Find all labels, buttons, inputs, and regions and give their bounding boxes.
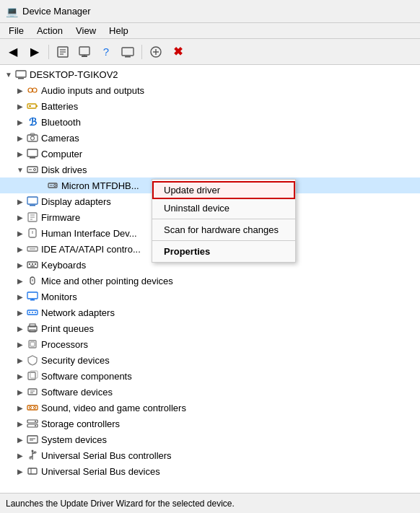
tree-item-computer[interactable]: ▶ Computer: [0, 146, 420, 162]
tree-item-network[interactable]: ▶ Network adapters: [0, 304, 420, 320]
label-audio: Audio inputs and outputs: [41, 85, 144, 96]
menu-action[interactable]: Action: [31, 24, 69, 38]
icon-security: [26, 354, 39, 367]
tree-item-monitors[interactable]: ▶ Monitors: [0, 289, 420, 304]
expand-usb[interactable]: ▶: [14, 450, 26, 461]
tree-item-softdev[interactable]: ▶ Software devices: [0, 384, 420, 400]
status-text: Launches the Update Driver Wizard for th…: [6, 499, 235, 509]
icon-computer: [26, 147, 39, 160]
icon-print: [26, 322, 39, 335]
ctx-properties[interactable]: Properties: [152, 242, 295, 260]
icon-bluetooth: ℬ: [26, 115, 39, 128]
svg-rect-41: [29, 263, 30, 265]
status-bar: Launches the Update Driver Wizard for th…: [0, 493, 420, 513]
add-device-button[interactable]: [146, 43, 166, 61]
expand-proc[interactable]: ▶: [14, 338, 26, 350]
tree-item-batteries[interactable]: ▶ Batteries: [0, 98, 420, 114]
svg-rect-23: [30, 157, 35, 159]
label-network: Network adapters: [41, 307, 115, 318]
expand-usbdev[interactable]: ▶: [14, 465, 26, 477]
tree-item-usb[interactable]: ▶ Universal Serial Bus controllers: [0, 447, 420, 463]
menu-bar: File Action View Help: [0, 23, 420, 39]
icon-softdev: [26, 385, 39, 398]
tree-item-storage[interactable]: ▶ Storage controllers: [0, 416, 420, 431]
tree-item-security[interactable]: ▶ Security devices: [0, 352, 420, 368]
label-cameras: Cameras: [41, 133, 79, 144]
label-root: DESKTOP-TGIKOV2: [30, 69, 118, 80]
expand-bluetooth[interactable]: ▶: [14, 116, 26, 128]
ctx-scan[interactable]: Scan for hardware changes: [152, 221, 295, 239]
expand-batteries[interactable]: ▶: [14, 100, 26, 112]
expand-audio[interactable]: ▶: [14, 84, 26, 96]
tree-item-bluetooth[interactable]: ▶ ℬ Bluetooth: [0, 114, 420, 130]
tree-item-cameras[interactable]: ▶ Cameras: [0, 130, 420, 146]
svg-rect-31: [30, 205, 35, 206]
ctx-separator-2: [152, 240, 295, 241]
label-firmware: Firmware: [41, 212, 80, 223]
expand-ide[interactable]: ▶: [14, 243, 26, 255]
svg-rect-61: [28, 389, 37, 395]
label-bluetooth: Bluetooth: [41, 117, 81, 128]
label-security: Security devices: [41, 355, 110, 366]
svg-point-25: [34, 169, 36, 171]
expand-softcomp[interactable]: ▶: [14, 370, 26, 382]
tree-item-print[interactable]: ▶ Print queues: [0, 320, 420, 336]
icon-monitors: [26, 290, 39, 303]
tree-item-disk-drives[interactable]: ▼ Disk drives: [0, 162, 420, 177]
tree-item-mice[interactable]: ▶ Mice and other pointing devices: [0, 273, 420, 289]
expand-sysdev[interactable]: ▶: [14, 434, 26, 445]
expand-hid[interactable]: ▶: [14, 227, 26, 239]
remove-button[interactable]: ✖: [167, 43, 188, 61]
expand-cameras[interactable]: ▶: [14, 132, 26, 144]
svg-rect-7: [122, 48, 134, 56]
menu-view[interactable]: View: [70, 24, 102, 38]
expand-security[interactable]: ▶: [14, 354, 26, 366]
update-driver-toolbar-button[interactable]: [74, 43, 95, 61]
ctx-uninstall-device[interactable]: Uninstall device: [152, 199, 295, 217]
expand-sound[interactable]: ▶: [14, 402, 26, 413]
tree-item-proc[interactable]: ▶ Processors: [0, 336, 420, 352]
label-storage: Storage controllers: [41, 418, 120, 429]
help-button[interactable]: ?: [96, 43, 116, 61]
icon-storage: [26, 417, 39, 430]
expand-monitors[interactable]: ▶: [14, 291, 26, 302]
back-button[interactable]: ◀: [3, 43, 23, 61]
expand-keyboards[interactable]: ▶: [14, 259, 26, 271]
expand-computer[interactable]: ▶: [14, 148, 26, 159]
tree-item-sysdev[interactable]: ▶ System devices: [0, 431, 420, 447]
label-batteries: Batteries: [41, 101, 78, 112]
expand-softdev[interactable]: ▶: [14, 386, 26, 398]
expand-firmware[interactable]: ▶: [14, 211, 26, 223]
expand-mice[interactable]: ▶: [14, 275, 26, 286]
toolbar-sep-2: [141, 45, 142, 59]
properties-button[interactable]: [53, 43, 73, 61]
ctx-update-driver[interactable]: Update driver: [152, 181, 295, 199]
label-display: Display adapters: [41, 196, 111, 207]
tree-item-usbdev[interactable]: ▶ Universal Serial Bus devices: [0, 463, 420, 479]
expand-network[interactable]: ▶: [14, 307, 26, 318]
icon-firmware: [26, 211, 39, 224]
label-monitors: Monitors: [41, 291, 77, 302]
svg-rect-4: [79, 47, 89, 55]
expand-root[interactable]: ▼: [3, 69, 14, 80]
expand-display[interactable]: ▶: [14, 196, 26, 207]
svg-rect-30: [27, 197, 38, 204]
device-tree[interactable]: ▼ DESKTOP-TGIKOV2 ▶ Audio inputs and out…: [0, 65, 420, 493]
tree-item-softcomp[interactable]: ▶ Software components: [0, 368, 420, 384]
scan-toolbar-button[interactable]: [118, 43, 138, 61]
tree-item-audio[interactable]: ▶ Audio inputs and outputs: [0, 82, 420, 98]
toolbar: ◀ ▶ ? ✖: [0, 39, 420, 65]
expand-print[interactable]: ▶: [14, 323, 26, 334]
svg-point-53: [35, 312, 36, 313]
svg-point-77: [32, 450, 34, 452]
context-menu: Update driver Uninstall device Scan for …: [152, 179, 296, 263]
expand-storage[interactable]: ▶: [14, 418, 26, 429]
forward-button[interactable]: ▶: [25, 43, 45, 61]
tree-item-root[interactable]: ▼ DESKTOP-TGIKOV2: [0, 66, 420, 82]
icon-mice: [26, 274, 39, 287]
menu-help[interactable]: Help: [103, 24, 134, 38]
tree-item-sound[interactable]: ▶ Sound, video and game controllers: [0, 400, 420, 416]
expand-disk-drives[interactable]: ▼: [14, 164, 26, 175]
label-usb: Universal Serial Bus controllers: [41, 450, 172, 461]
menu-file[interactable]: File: [3, 24, 30, 38]
